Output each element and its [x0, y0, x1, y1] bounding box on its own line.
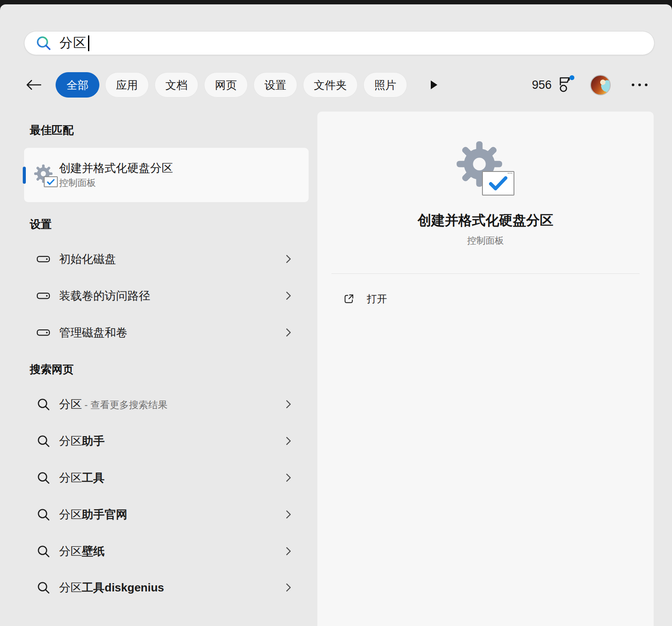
tab-all[interactable]: 全部 [56, 72, 99, 98]
search-input[interactable]: 分区 [24, 31, 654, 55]
settings-result-initialize-disk[interactable]: 初始化磁盘 [24, 246, 309, 272]
overflow-menu-button[interactable] [629, 81, 650, 89]
best-match-subtitle: 控制面板 [59, 177, 96, 189]
search-icon [36, 581, 50, 594]
settings-result-mount-volume-paths[interactable]: 装载卷的访问路径 [24, 283, 309, 309]
section-header-best-match: 最佳匹配 [30, 123, 74, 137]
tab-photos[interactable]: 照片 [363, 72, 407, 98]
search-icon [36, 545, 50, 558]
chevron-right-icon [286, 437, 291, 445]
open-action[interactable]: 打开 [331, 286, 640, 312]
open-external-icon [343, 293, 355, 305]
section-header-web-search: 搜索网页 [30, 362, 74, 377]
chevron-right-icon [286, 473, 291, 482]
filter-toolbar: 全部 应用 文档 网页 设置 文件夹 照片 956 [24, 71, 650, 98]
rewards-points: 956 [532, 78, 552, 92]
tab-folders[interactable]: 文件夹 [303, 72, 358, 98]
rewards-button[interactable]: 956 [532, 76, 573, 94]
control-panel-gear-icon [34, 164, 56, 186]
toolbar-right-cluster: 956 [532, 75, 650, 95]
chevron-right-icon [286, 547, 291, 556]
search-flyout-window: 分区 全部 应用 文档 网页 设置 文件夹 照片 956 [0, 4, 672, 626]
chevron-right-icon [286, 291, 291, 300]
best-match-title: 创建并格式化硬盘分区 [59, 161, 173, 176]
search-query-text: 分区 [60, 34, 87, 52]
results-list: 最佳匹配 创建并格式化硬盘分区 控制面板 设置 初始化磁盘 装载卷的访问路径 管… [24, 116, 309, 626]
user-avatar[interactable] [590, 75, 611, 95]
preview-title: 创建并格式化硬盘分区 [317, 211, 654, 230]
search-icon [36, 398, 50, 411]
arrow-left-icon [25, 79, 42, 91]
web-search-result[interactable]: 分区工具 [24, 465, 309, 491]
best-match-result[interactable]: 创建并格式化硬盘分区 控制面板 [24, 148, 309, 202]
play-icon [430, 80, 438, 90]
ellipsis-icon [632, 84, 634, 86]
text-caret [88, 35, 89, 51]
section-header-settings: 设置 [30, 217, 52, 231]
tab-documents[interactable]: 文档 [155, 72, 198, 98]
search-icon [36, 434, 50, 448]
rewards-notification-dot [570, 75, 574, 80]
chevron-right-icon [286, 255, 291, 263]
disk-icon [36, 289, 50, 302]
back-button[interactable] [24, 75, 43, 94]
control-panel-gear-icon-large [457, 141, 514, 196]
settings-result-manage-disks-volumes[interactable]: 管理磁盘和卷 [24, 319, 309, 346]
preview-subtitle: 控制面板 [317, 234, 654, 247]
chevron-right-icon [286, 510, 291, 519]
disk-icon [36, 326, 50, 339]
web-search-result[interactable]: 分区- 查看更多搜索结果 [24, 391, 309, 417]
tab-apps[interactable]: 应用 [105, 72, 149, 98]
search-icon [36, 508, 50, 521]
chevron-right-icon [286, 583, 291, 592]
preview-panel: 创建并格式化硬盘分区 控制面板 打开 [317, 112, 654, 626]
web-search-result[interactable]: 分区工具diskgenius [24, 574, 309, 601]
selection-accent-bar [23, 167, 26, 184]
tab-settings[interactable]: 设置 [253, 72, 297, 98]
tab-web[interactable]: 网页 [204, 72, 248, 98]
search-icon [36, 471, 50, 484]
web-search-result[interactable]: 分区助手官网 [24, 501, 309, 528]
chevron-right-icon [286, 328, 291, 337]
disk-icon [36, 252, 50, 266]
open-action-label: 打开 [367, 292, 387, 306]
web-search-result[interactable]: 分区助手 [24, 428, 309, 454]
rewards-medal-icon [558, 76, 573, 94]
web-search-result[interactable]: 分区壁纸 [24, 538, 309, 564]
chevron-right-icon [286, 400, 291, 409]
search-icon [36, 35, 52, 51]
more-tabs-button[interactable] [430, 80, 438, 90]
divider [331, 273, 640, 274]
